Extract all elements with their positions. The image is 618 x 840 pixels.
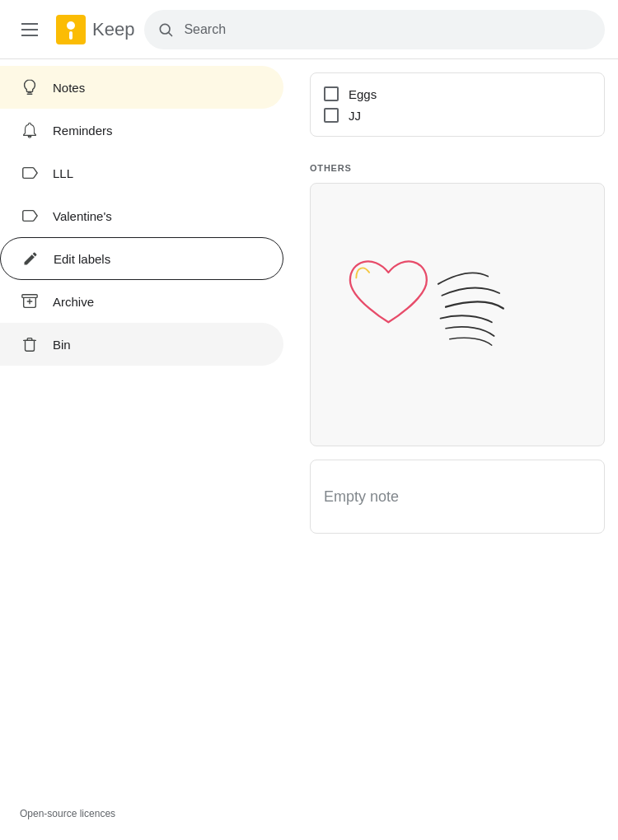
- check-label-jj: JJ: [349, 109, 361, 123]
- drawing-card[interactable]: [310, 183, 605, 446]
- sidebar-label-notes: Notes: [53, 81, 85, 95]
- sidebar-label-edit-labels: Edit labels: [54, 252, 110, 266]
- empty-note-label: Empty note: [324, 488, 399, 506]
- svg-line-1: [169, 32, 172, 35]
- pencil-icon: [21, 249, 40, 268]
- sidebar: Notes Reminders LLL: [0, 59, 297, 840]
- drawing-svg: [327, 200, 588, 429]
- search-placeholder: Search: [184, 22, 226, 37]
- sidebar-item-lll[interactable]: LLL: [0, 152, 283, 194]
- sidebar-label-reminders: Reminders: [53, 124, 113, 138]
- sidebar-footer: Open-source licences: [0, 792, 297, 833]
- sidebar-item-edit-labels[interactable]: Edit labels: [0, 237, 283, 280]
- search-bar[interactable]: Search: [144, 10, 605, 49]
- sidebar-item-bin[interactable]: Bin: [0, 323, 283, 366]
- section-others-header: OTHERS: [310, 156, 605, 183]
- sidebar-item-valentines[interactable]: Valentine's: [0, 194, 283, 237]
- menu-button[interactable]: [13, 13, 46, 46]
- archive-icon: [20, 292, 40, 311]
- checklist-item-eggs: Eggs: [324, 83, 591, 105]
- sidebar-item-archive[interactable]: Archive: [0, 280, 283, 323]
- app-header: Keep Search: [0, 0, 618, 59]
- sidebar-label-bin: Bin: [53, 338, 71, 352]
- checkbox-eggs[interactable]: [324, 86, 339, 101]
- logo-container: Keep: [56, 15, 134, 44]
- sidebar-item-reminders[interactable]: Reminders: [0, 109, 283, 152]
- label-icon-lll: [20, 163, 40, 183]
- checkbox-jj[interactable]: [324, 108, 339, 123]
- bell-icon: [20, 120, 40, 140]
- checklist-card[interactable]: Eggs JJ: [310, 72, 605, 137]
- sidebar-label-valentines: Valentine's: [53, 209, 112, 223]
- sidebar-items: Notes Reminders LLL: [0, 66, 297, 366]
- main-layout: Notes Reminders LLL: [0, 59, 618, 840]
- app-name: Keep: [92, 19, 134, 40]
- trash-icon: [20, 334, 40, 354]
- open-source-link[interactable]: Open-source licences: [20, 808, 115, 819]
- checklist-item-jj: JJ: [324, 105, 591, 126]
- empty-note-card[interactable]: Empty note: [310, 460, 605, 534]
- check-label-eggs: Eggs: [349, 87, 377, 101]
- lightbulb-icon: [20, 77, 40, 97]
- hamburger-icon: [21, 23, 38, 36]
- sidebar-label-lll: LLL: [53, 166, 73, 180]
- keep-logo-icon: [56, 15, 86, 44]
- sidebar-item-notes[interactable]: Notes: [0, 66, 283, 109]
- label-icon-valentines: [20, 206, 40, 226]
- sidebar-label-archive: Archive: [53, 295, 94, 309]
- search-icon: [157, 21, 174, 38]
- content-area: Eggs JJ OTHERS: [297, 59, 618, 840]
- svg-rect-4: [22, 295, 37, 298]
